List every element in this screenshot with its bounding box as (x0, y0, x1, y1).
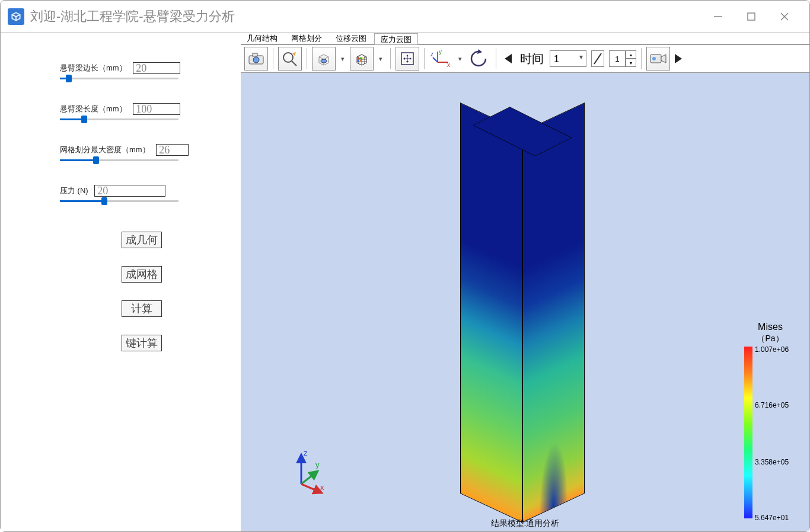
time-select[interactable]: 1 (550, 50, 586, 67)
svg-text:z: z (304, 448, 308, 457)
skip-forward-icon[interactable] (672, 47, 685, 70)
window-title: 刘迎-湖北工程学院-悬臂梁受力分析 (30, 8, 712, 25)
video-icon[interactable] (646, 47, 670, 70)
mesh-density-input[interactable] (156, 144, 189, 156)
svg-line-27 (301, 484, 322, 493)
svg-rect-12 (360, 60, 362, 62)
param-label: 悬臂梁长度（mm） (60, 104, 127, 114)
beam-length-slider[interactable] (60, 118, 178, 120)
cube-view-dropdown[interactable]: ▾ (338, 47, 347, 70)
svg-text:x: x (447, 62, 450, 68)
onekey-compute-button[interactable]: 键计算 (122, 335, 162, 351)
camera-icon[interactable] (244, 47, 268, 70)
tab-stress[interactable]: 应力云图 (374, 33, 418, 44)
toolbar: ▾ ▾ yxz ▾ (241, 44, 809, 73)
tab-bar: 几何结构 网格划分 位移云图 应力云图 (241, 33, 809, 44)
legend-colorbar (744, 347, 752, 518)
svg-rect-3 (253, 53, 257, 56)
svg-point-22 (652, 57, 656, 60)
svg-rect-1 (748, 13, 755, 20)
axes-icon[interactable]: yxz (429, 47, 453, 70)
param-beam-length: 悬臂梁长度（mm） (60, 103, 223, 120)
build-mesh-button[interactable]: 成网格 (122, 266, 162, 283)
svg-rect-8 (358, 57, 359, 59)
fit-screen-icon[interactable] (396, 47, 419, 70)
svg-line-20 (594, 53, 601, 64)
param-label: 悬臂梁边长（mm） (60, 63, 127, 73)
sidebar: 悬臂梁边长（mm） 悬臂梁长度（mm） 网格划分最大密度（mm） (1, 33, 241, 531)
slash-icon (591, 50, 604, 67)
svg-line-6 (292, 61, 296, 66)
svg-rect-9 (360, 57, 362, 59)
coordinate-triad: z y x (289, 448, 337, 496)
cube-view-icon[interactable] (312, 47, 336, 70)
result-model-label: 结果模型:通用分析 (241, 518, 809, 529)
svg-line-25 (301, 471, 318, 484)
app-icon (8, 8, 24, 25)
svg-rect-10 (362, 57, 364, 59)
force-slider[interactable] (60, 200, 178, 202)
svg-text:z: z (430, 51, 433, 57)
build-geometry-button[interactable]: 成几何 (122, 232, 162, 248)
param-force: 压力 (N) (60, 185, 223, 202)
beam-length-input[interactable] (133, 103, 180, 115)
main-area: 几何结构 网格划分 位移云图 应力云图 ▾ (241, 33, 809, 531)
svg-line-18 (433, 57, 438, 62)
svg-text:y: y (439, 49, 442, 55)
close-button[interactable] (779, 11, 790, 23)
beam-model (460, 105, 585, 520)
edge-length-input[interactable] (133, 62, 180, 74)
param-mesh-density: 网格划分最大密度（mm） (60, 144, 223, 161)
force-input[interactable] (94, 185, 165, 197)
compute-button[interactable]: 计算 (122, 300, 162, 317)
zoom-icon[interactable] (278, 47, 302, 70)
param-label: 压力 (N) (60, 185, 88, 196)
titlebar: 刘迎-湖北工程学院-悬臂梁受力分析 (1, 1, 809, 33)
svg-point-4 (253, 57, 259, 63)
rubik-dropdown[interactable]: ▾ (376, 47, 385, 70)
time-label: 时间 (520, 51, 544, 67)
maximize-button[interactable] (745, 11, 757, 23)
param-label: 网格划分最大密度（mm） (60, 145, 150, 155)
svg-text:x: x (320, 483, 324, 492)
param-edge-length: 悬臂梁边长（mm） (60, 62, 223, 79)
skip-back-icon[interactable] (501, 47, 514, 70)
viewport-3d[interactable]: 结果模型:通用分析 z y x Mises (241, 73, 809, 531)
rotate-icon[interactable] (467, 47, 491, 70)
svg-point-7 (321, 59, 327, 63)
axes-dropdown[interactable]: ▾ (455, 47, 465, 70)
tab-geometry[interactable]: 几何结构 (241, 33, 284, 44)
tab-mesh[interactable]: 网格划分 (285, 33, 329, 44)
svg-rect-11 (358, 60, 359, 62)
frame-spinner[interactable]: ▴▾ (609, 50, 636, 67)
color-legend: Mises （Pa） 1.007e+06 6.716e+05 3.358e+05… (741, 322, 800, 518)
svg-point-5 (283, 53, 293, 62)
app-window: 刘迎-湖北工程学院-悬臂梁受力分析 悬臂梁边长（mm） (0, 0, 810, 532)
tab-displacement[interactable]: 位移云图 (330, 33, 373, 44)
legend-unit: （Pa） (741, 334, 800, 344)
svg-text:y: y (315, 460, 320, 469)
edge-length-slider[interactable] (60, 78, 178, 79)
mesh-density-slider[interactable] (60, 159, 178, 161)
minimize-button[interactable] (712, 11, 724, 23)
rubik-icon[interactable] (350, 47, 374, 70)
legend-title: Mises (741, 322, 800, 332)
